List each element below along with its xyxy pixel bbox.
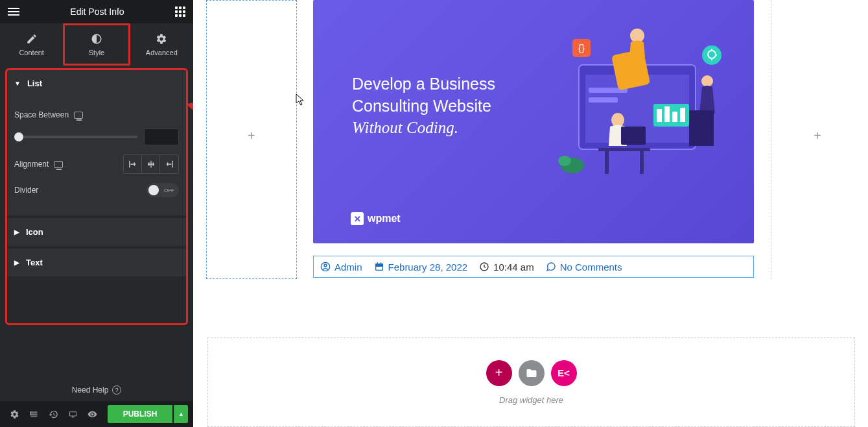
- hero-text: Develop a Business Consulting Website Wi…: [352, 75, 495, 137]
- svg-rect-10: [589, 97, 618, 103]
- history-button[interactable]: [44, 405, 62, 423]
- space-between-label: Space Between: [14, 110, 69, 119]
- sidebar-title: Edit Post Info: [70, 6, 124, 17]
- meta-date[interactable]: February 28, 2022: [374, 262, 468, 273]
- svg-rect-5: [657, 109, 662, 122]
- section-list: ▼ List Space Between Alignment: [5, 69, 188, 215]
- add-widget-right[interactable]: +: [814, 128, 821, 143]
- meta-time: 10:44 am: [479, 262, 534, 273]
- calendar-icon: [374, 262, 384, 272]
- section-list-title: List: [27, 79, 42, 88]
- svg-rect-7: [672, 112, 677, 122]
- pencil-icon: [26, 33, 38, 45]
- hero-line1: Develop a Business: [352, 75, 495, 93]
- svg-rect-20: [621, 127, 646, 145]
- svg-point-16: [701, 75, 713, 87]
- tab-style[interactable]: Style: [63, 23, 130, 66]
- svg-rect-22: [605, 151, 609, 174]
- comment-icon: [546, 262, 556, 272]
- tab-advanced[interactable]: Advanced: [130, 23, 193, 66]
- svg-point-25: [558, 156, 571, 166]
- need-help-label: Need Help: [72, 385, 109, 395]
- settings-button[interactable]: [5, 405, 23, 423]
- comments-link: No Comments: [560, 262, 622, 273]
- add-widget-left[interactable]: +: [248, 128, 255, 143]
- svg-rect-21: [598, 148, 650, 151]
- slider-track[interactable]: [14, 136, 137, 138]
- contrast-icon: [91, 33, 102, 45]
- svg-rect-29: [375, 263, 383, 265]
- toggle-state-label: OFF: [164, 188, 174, 193]
- post-info-widget[interactable]: Admin February 28, 2022 10:44 am No Comm…: [313, 256, 754, 278]
- align-center-button[interactable]: [142, 155, 160, 173]
- drop-zone-text: Drag widget here: [499, 395, 563, 405]
- svg-rect-31: [381, 262, 381, 264]
- desktop-icon[interactable]: [74, 112, 83, 119]
- meta-comments[interactable]: No Comments: [546, 262, 622, 273]
- section-text-header[interactable]: ▶ Text: [5, 249, 188, 276]
- desktop-icon[interactable]: [54, 161, 63, 168]
- publish-button[interactable]: PUBLISH: [108, 405, 172, 423]
- align-right-button[interactable]: [160, 155, 178, 173]
- editor-sidebar: Edit Post Info Content Style Advanced ▼ …: [0, 0, 193, 427]
- meta-author[interactable]: Admin: [320, 262, 362, 273]
- publish-dropdown[interactable]: ▲: [174, 405, 188, 423]
- hero-line3: Without Coding.: [352, 119, 495, 137]
- wpmet-logo-icon: ✕: [351, 212, 364, 225]
- control-space-between: Space Between: [14, 110, 179, 119]
- editor-tabs: Content Style Advanced: [0, 23, 193, 66]
- sidebar-footer: PUBLISH ▲: [0, 401, 193, 427]
- drop-zone[interactable]: + E< Drag widget here: [207, 337, 855, 427]
- tab-style-label: Style: [89, 49, 104, 56]
- section-icon: ▶ Icon: [5, 218, 188, 246]
- tab-content-label: Content: [19, 49, 44, 56]
- clock-icon: [479, 262, 489, 272]
- featured-image[interactable]: Develop a Business Consulting Website Wi…: [313, 0, 754, 243]
- hero-line2: Consulting Website: [352, 97, 495, 116]
- panel-body: ▼ List Space Between Alignment: [0, 66, 193, 379]
- add-section-button[interactable]: +: [486, 360, 512, 386]
- alignment-buttons: [123, 154, 179, 174]
- svg-point-27: [324, 264, 327, 267]
- slider-thumb[interactable]: [14, 132, 23, 141]
- help-icon: ?: [112, 385, 121, 395]
- control-alignment: Alignment: [14, 154, 179, 174]
- section-list-header[interactable]: ▼ List: [5, 69, 188, 97]
- tab-advanced-label: Advanced: [146, 49, 178, 56]
- svg-rect-18: [702, 110, 714, 146]
- section-text-title: Text: [26, 258, 43, 267]
- editor-canvas: + + Develop a Business Consulting Websit…: [193, 0, 868, 427]
- space-between-slider: [14, 128, 179, 145]
- need-help-link[interactable]: Need Help ?: [0, 379, 193, 401]
- hero-logo: ✕ wpmet: [351, 212, 401, 225]
- align-left-button[interactable]: [124, 155, 142, 173]
- gear-icon: [156, 33, 167, 45]
- section-icon-title: Icon: [26, 227, 43, 237]
- hero-logo-text: wpmet: [368, 213, 401, 225]
- section-icon-header[interactable]: ▶ Icon: [5, 218, 188, 246]
- elementskit-button[interactable]: E<: [551, 360, 577, 386]
- control-divider: Divider OFF: [14, 183, 179, 197]
- navigator-button[interactable]: [25, 405, 43, 423]
- slider-value-input[interactable]: [144, 128, 179, 145]
- svg-rect-17: [689, 110, 702, 146]
- svg-rect-30: [377, 262, 377, 264]
- tab-content[interactable]: Content: [0, 23, 63, 66]
- divider-toggle[interactable]: OFF: [147, 183, 179, 197]
- caret-right-icon: ▶: [14, 259, 19, 266]
- sidebar-header: Edit Post Info: [0, 0, 193, 23]
- alignment-label: Alignment: [14, 160, 49, 169]
- hamburger-icon[interactable]: [8, 8, 19, 16]
- section-actions: + E<: [486, 360, 577, 386]
- svg-text:{}: {}: [578, 42, 585, 53]
- preview-button[interactable]: [83, 405, 101, 423]
- author-link: Admin: [334, 262, 362, 273]
- template-button[interactable]: [519, 360, 545, 386]
- toggle-knob: [148, 185, 159, 195]
- hero-illustration: {}: [553, 26, 734, 182]
- svg-rect-23: [640, 151, 644, 174]
- time-text: 10:44 am: [493, 262, 534, 273]
- responsive-button[interactable]: [64, 405, 82, 423]
- apps-icon[interactable]: [175, 6, 185, 17]
- date-link: February 28, 2022: [388, 262, 468, 273]
